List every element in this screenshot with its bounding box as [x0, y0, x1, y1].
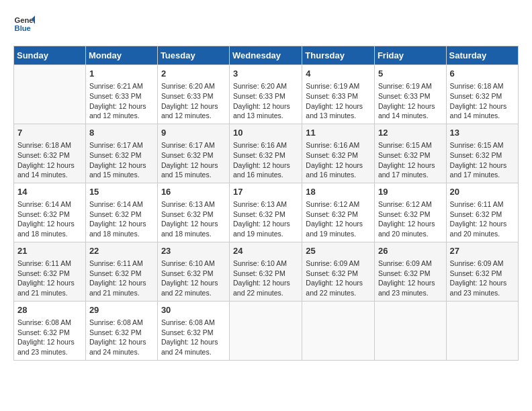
sunset-label: Sunset: 6:33 PM — [378, 92, 431, 100]
calendar-cell: 8 Sunrise: 6:17 AM Sunset: 6:32 PM Dayli… — [85, 124, 157, 183]
sunset-label: Sunset: 6:32 PM — [233, 210, 285, 218]
daylight-minutes: and 20 minutes. — [450, 230, 500, 238]
calendar-cell: 2 Sunrise: 6:20 AM Sunset: 6:33 PM Dayli… — [157, 65, 229, 124]
daylight-minutes: and 23 minutes. — [450, 289, 500, 297]
daylight-minutes: and 22 minutes. — [306, 289, 356, 297]
sunrise-label: Sunrise: 6:18 AM — [17, 141, 71, 149]
day-number: 30 — [161, 304, 226, 316]
daylight-label: Daylight: 12 hours — [378, 279, 435, 287]
day-number: 26 — [378, 245, 443, 257]
sunset-label: Sunset: 6:32 PM — [161, 328, 214, 336]
daylight-minutes: and 15 minutes. — [89, 171, 140, 179]
daylight-minutes: and 22 minutes. — [233, 289, 283, 297]
sunset-label: Sunset: 6:32 PM — [89, 328, 142, 336]
sunrise-label: Sunrise: 6:21 AM — [89, 82, 143, 90]
logo-icon: General Blue — [13, 13, 35, 35]
daylight-minutes: and 20 minutes. — [378, 230, 429, 238]
daylight-label: Daylight: 12 hours — [89, 279, 146, 287]
day-number: 24 — [233, 245, 298, 257]
sunrise-label: Sunrise: 6:20 AM — [233, 82, 287, 90]
daylight-label: Daylight: 12 hours — [89, 220, 146, 228]
daylight-minutes: and 18 minutes. — [161, 230, 212, 238]
day-number: 22 — [89, 245, 154, 257]
day-number: 10 — [233, 127, 298, 139]
day-number: 21 — [17, 245, 82, 257]
day-number: 16 — [161, 186, 226, 198]
sunset-label: Sunset: 6:33 PM — [233, 92, 285, 100]
daylight-label: Daylight: 12 hours — [378, 161, 435, 169]
sunset-label: Sunset: 6:32 PM — [89, 269, 142, 277]
sunrise-label: Sunrise: 6:19 AM — [306, 82, 359, 90]
sunrise-label: Sunrise: 6:13 AM — [161, 200, 215, 208]
calendar-cell: 14 Sunrise: 6:14 AM Sunset: 6:32 PM Dayl… — [14, 183, 86, 242]
day-number: 17 — [233, 186, 298, 198]
day-number: 2 — [161, 68, 226, 80]
sunrise-label: Sunrise: 6:15 AM — [378, 141, 432, 149]
day-number: 27 — [450, 245, 515, 257]
sunrise-label: Sunrise: 6:13 AM — [233, 200, 287, 208]
day-number: 1 — [89, 68, 154, 80]
sunset-label: Sunset: 6:32 PM — [306, 151, 358, 159]
daylight-minutes: and 19 minutes. — [306, 230, 356, 238]
col-header-wednesday: Wednesday — [230, 46, 302, 65]
calendar-cell: 26 Sunrise: 6:09 AM Sunset: 6:32 PM Dayl… — [374, 242, 446, 301]
day-number: 5 — [378, 68, 443, 80]
day-number: 9 — [161, 127, 226, 139]
day-number: 20 — [450, 186, 515, 198]
calendar-cell: 22 Sunrise: 6:11 AM Sunset: 6:32 PM Dayl… — [85, 242, 157, 301]
day-number: 4 — [306, 68, 371, 80]
sunset-label: Sunset: 6:32 PM — [89, 151, 142, 159]
daylight-label: Daylight: 12 hours — [161, 161, 218, 169]
daylight-minutes: and 16 minutes. — [233, 171, 283, 179]
daylight-minutes: and 21 minutes. — [89, 289, 140, 297]
calendar-cell: 6 Sunrise: 6:18 AM Sunset: 6:32 PM Dayli… — [446, 65, 518, 124]
page-header: General Blue — [13, 13, 519, 35]
daylight-label: Daylight: 12 hours — [233, 220, 290, 228]
sunset-label: Sunset: 6:32 PM — [450, 151, 502, 159]
sunrise-label: Sunrise: 6:16 AM — [233, 141, 287, 149]
day-number: 28 — [17, 304, 82, 316]
calendar-cell — [302, 301, 375, 360]
calendar-cell: 28 Sunrise: 6:08 AM Sunset: 6:32 PM Dayl… — [14, 301, 86, 360]
calendar-cell: 11 Sunrise: 6:16 AM Sunset: 6:32 PM Dayl… — [302, 124, 375, 183]
calendar-cell: 29 Sunrise: 6:08 AM Sunset: 6:32 PM Dayl… — [85, 301, 157, 360]
daylight-minutes: and 23 minutes. — [17, 348, 68, 356]
sunrise-label: Sunrise: 6:08 AM — [161, 318, 215, 326]
sunset-label: Sunset: 6:32 PM — [17, 328, 70, 336]
day-number: 25 — [306, 245, 371, 257]
calendar-cell — [446, 301, 518, 360]
col-header-monday: Monday — [85, 46, 157, 65]
sunset-label: Sunset: 6:33 PM — [306, 92, 358, 100]
daylight-label: Daylight: 12 hours — [161, 279, 218, 287]
sunset-label: Sunset: 6:32 PM — [450, 269, 502, 277]
sunrise-label: Sunrise: 6:10 AM — [161, 259, 215, 267]
daylight-label: Daylight: 12 hours — [306, 220, 363, 228]
sunset-label: Sunset: 6:32 PM — [17, 151, 70, 159]
daylight-minutes: and 23 minutes. — [378, 289, 429, 297]
day-number: 13 — [450, 127, 515, 139]
sunrise-label: Sunrise: 6:09 AM — [306, 259, 359, 267]
sunset-label: Sunset: 6:32 PM — [89, 210, 142, 218]
day-number: 29 — [89, 304, 154, 316]
svg-text:General: General — [15, 16, 35, 24]
calendar-cell: 5 Sunrise: 6:19 AM Sunset: 6:33 PM Dayli… — [374, 65, 446, 124]
calendar-cell: 25 Sunrise: 6:09 AM Sunset: 6:32 PM Dayl… — [302, 242, 375, 301]
daylight-minutes: and 24 minutes. — [89, 348, 140, 356]
daylight-label: Daylight: 12 hours — [17, 161, 75, 169]
daylight-label: Daylight: 12 hours — [233, 102, 290, 110]
day-number: 19 — [378, 186, 443, 198]
sunrise-label: Sunrise: 6:19 AM — [378, 82, 432, 90]
daylight-label: Daylight: 12 hours — [306, 279, 363, 287]
sunset-label: Sunset: 6:33 PM — [161, 92, 214, 100]
calendar-cell: 30 Sunrise: 6:08 AM Sunset: 6:32 PM Dayl… — [157, 301, 229, 360]
sunrise-label: Sunrise: 6:10 AM — [233, 259, 287, 267]
day-number: 11 — [306, 127, 371, 139]
daylight-label: Daylight: 12 hours — [378, 220, 435, 228]
calendar-cell: 9 Sunrise: 6:17 AM Sunset: 6:32 PM Dayli… — [157, 124, 229, 183]
daylight-minutes: and 14 minutes. — [378, 111, 429, 120]
calendar-cell: 1 Sunrise: 6:21 AM Sunset: 6:33 PM Dayli… — [85, 65, 157, 124]
day-number: 3 — [233, 68, 298, 80]
calendar-cell: 20 Sunrise: 6:11 AM Sunset: 6:32 PM Dayl… — [446, 183, 518, 242]
sunrise-label: Sunrise: 6:17 AM — [161, 141, 215, 149]
sunrise-label: Sunrise: 6:12 AM — [378, 200, 432, 208]
